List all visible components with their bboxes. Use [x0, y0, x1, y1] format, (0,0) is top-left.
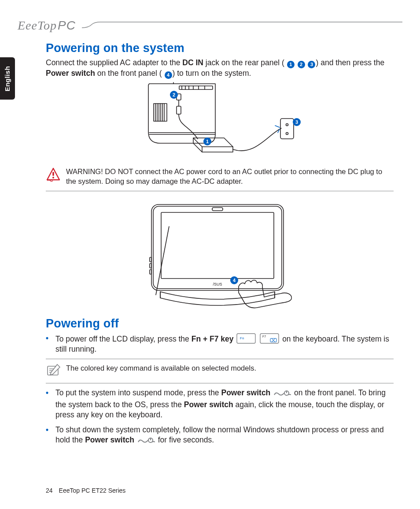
page-footer: 24 EeeTop PC ET22 Series: [46, 487, 125, 494]
key-fn-icon: Fn: [236, 333, 256, 344]
info-note-text: The colored key command is available on …: [66, 364, 256, 373]
warning-note: WARNING! DO NOT connect the AC power cor…: [46, 165, 394, 191]
intro-paragraph: Connect the supplied AC adapter to the D…: [46, 58, 394, 79]
svg-rect-19: [280, 119, 294, 139]
svg-point-30: [52, 177, 54, 178]
svg-text:Fn: Fn: [240, 336, 244, 340]
svg-text:/SUS: /SUS: [213, 282, 222, 286]
svg-rect-40: [150, 270, 151, 274]
svg-rect-32: [153, 206, 282, 289]
series-label: EeeTop PC ET22 Series: [59, 487, 126, 494]
bullet-shutdown: • To shut down the system completely, fo…: [46, 425, 394, 447]
info-note: The colored key command is available on …: [46, 359, 394, 383]
callout-1-icon: 1: [287, 61, 295, 68]
callout-4-icon: 4: [165, 71, 172, 79]
svg-point-20: [286, 124, 288, 126]
svg-rect-18: [177, 106, 181, 114]
svg-rect-38: [150, 257, 151, 262]
logo-script: EeeTop: [18, 19, 57, 32]
key-f7-icon: F7: [260, 333, 279, 344]
svg-text:4: 4: [233, 278, 236, 283]
bullet-icon: •: [46, 333, 55, 355]
language-tab: English: [0, 57, 15, 100]
svg-text:2: 2: [173, 92, 175, 97]
svg-rect-29: [52, 172, 54, 176]
power-switch-icon: [273, 389, 291, 399]
callout-2-icon: 2: [298, 61, 305, 68]
page-number: 24: [46, 487, 53, 494]
figure-rear-panel: 2 1 3: [46, 82, 394, 161]
bullet-lcd-off: • To power off the LCD display, press th…: [46, 333, 394, 355]
svg-rect-34: [212, 208, 223, 211]
heading-powering-on: Powering on the system: [46, 41, 394, 55]
warning-icon: [46, 167, 63, 184]
bullet-icon: •: [46, 425, 55, 447]
language-label: English: [4, 66, 11, 91]
callout-3-icon: 3: [308, 61, 315, 68]
note-icon: [46, 364, 63, 379]
svg-point-21: [286, 133, 288, 135]
power-switch-icon: [137, 436, 155, 446]
svg-rect-33: [161, 212, 274, 279]
svg-text:1: 1: [206, 139, 209, 144]
header-rule: [82, 22, 402, 30]
figure-front-panel: /SUS 4: [46, 196, 394, 312]
warning-text: WARNING! DO NOT connect the AC power cor…: [66, 167, 394, 186]
page-header: EeeTopPC: [18, 19, 402, 32]
logo: EeeTopPC: [18, 19, 76, 33]
logo-pc: PC: [58, 19, 76, 32]
svg-rect-31: [151, 204, 284, 290]
svg-text:3: 3: [295, 119, 298, 125]
bullet-suspend: • To put the system into suspend mode, p…: [46, 388, 394, 420]
svg-rect-39: [150, 264, 151, 268]
svg-rect-2: [179, 86, 213, 89]
heading-powering-off: Powering off: [46, 317, 394, 331]
bullet-icon: •: [46, 388, 55, 420]
svg-text:F7: F7: [262, 335, 266, 338]
